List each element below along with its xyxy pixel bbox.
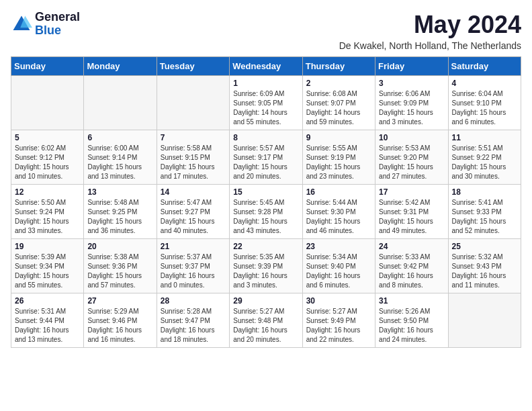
calendar-cell: 16Sunrise: 5:44 AMSunset: 9:30 PMDayligh… xyxy=(302,185,375,239)
header-saturday: Saturday xyxy=(448,57,521,76)
day-number: 29 xyxy=(233,296,298,306)
day-info: Sunrise: 5:53 AMSunset: 9:20 PMDaylight:… xyxy=(379,144,444,181)
day-number: 2 xyxy=(306,79,371,88)
day-number: 16 xyxy=(306,187,371,197)
calendar-cell: 18Sunrise: 5:41 AMSunset: 9:33 PMDayligh… xyxy=(448,185,521,239)
day-number: 9 xyxy=(306,133,371,142)
calendar-cell: 7Sunrise: 5:58 AMSunset: 9:15 PMDaylight… xyxy=(157,130,229,185)
day-number: 12 xyxy=(15,187,80,197)
week-row-4: 19Sunrise: 5:39 AMSunset: 9:34 PMDayligh… xyxy=(11,239,521,293)
week-row-5: 26Sunrise: 5:31 AMSunset: 9:44 PMDayligh… xyxy=(11,293,521,348)
day-info: Sunrise: 5:44 AMSunset: 9:30 PMDaylight:… xyxy=(306,198,371,236)
day-info: Sunrise: 5:34 AMSunset: 9:40 PMDaylight:… xyxy=(306,253,371,290)
calendar-cell: 21Sunrise: 5:37 AMSunset: 9:37 PMDayligh… xyxy=(157,239,229,293)
calendar-body: 1Sunrise: 6:09 AMSunset: 9:05 PMDaylight… xyxy=(11,76,521,348)
day-number: 24 xyxy=(379,242,444,251)
day-info: Sunrise: 6:04 AMSunset: 9:10 PMDaylight:… xyxy=(452,89,517,127)
day-number: 21 xyxy=(161,242,226,251)
day-number: 22 xyxy=(233,242,298,251)
day-number: 8 xyxy=(233,133,298,142)
calendar-cell: 2Sunrise: 6:08 AMSunset: 9:07 PMDaylight… xyxy=(302,76,375,130)
calendar-cell: 24Sunrise: 5:33 AMSunset: 9:42 PMDayligh… xyxy=(375,239,448,293)
calendar-cell: 31Sunrise: 5:26 AMSunset: 9:50 PMDayligh… xyxy=(375,293,448,348)
header-thursday: Thursday xyxy=(302,57,375,76)
week-row-2: 5Sunrise: 6:02 AMSunset: 9:12 PMDaylight… xyxy=(11,130,521,185)
day-info: Sunrise: 5:31 AMSunset: 9:44 PMDaylight:… xyxy=(15,307,80,345)
calendar-cell xyxy=(157,76,229,130)
day-info: Sunrise: 5:51 AMSunset: 9:22 PMDaylight:… xyxy=(452,144,517,181)
day-info: Sunrise: 5:41 AMSunset: 9:33 PMDaylight:… xyxy=(452,198,517,236)
day-number: 14 xyxy=(161,187,226,197)
day-number: 6 xyxy=(87,133,152,142)
calendar-cell: 30Sunrise: 5:27 AMSunset: 9:49 PMDayligh… xyxy=(302,293,375,348)
day-info: Sunrise: 5:35 AMSunset: 9:39 PMDaylight:… xyxy=(233,253,298,290)
page-header: General Blue May 2024 De Kwakel, North H… xyxy=(11,11,521,51)
calendar-cell xyxy=(11,76,84,130)
calendar-cell: 9Sunrise: 5:55 AMSunset: 9:19 PMDaylight… xyxy=(302,130,375,185)
day-info: Sunrise: 5:47 AMSunset: 9:27 PMDaylight:… xyxy=(161,198,226,236)
day-number: 1 xyxy=(233,79,298,88)
header-wednesday: Wednesday xyxy=(230,57,302,76)
calendar-cell: 13Sunrise: 5:48 AMSunset: 9:25 PMDayligh… xyxy=(84,185,157,239)
header-sunday: Sunday xyxy=(11,57,84,76)
day-number: 3 xyxy=(379,79,444,88)
day-number: 11 xyxy=(452,133,517,142)
day-info: Sunrise: 5:58 AMSunset: 9:15 PMDaylight:… xyxy=(161,144,226,181)
day-number: 4 xyxy=(452,79,517,88)
calendar-cell: 20Sunrise: 5:38 AMSunset: 9:36 PMDayligh… xyxy=(84,239,157,293)
day-info: Sunrise: 6:09 AMSunset: 9:05 PMDaylight:… xyxy=(233,89,298,127)
calendar-header: SundayMondayTuesdayWednesdayThursdayFrid… xyxy=(11,57,521,76)
calendar-cell: 19Sunrise: 5:39 AMSunset: 9:34 PMDayligh… xyxy=(11,239,84,293)
calendar-cell: 14Sunrise: 5:47 AMSunset: 9:27 PMDayligh… xyxy=(157,185,229,239)
calendar-cell: 3Sunrise: 6:06 AMSunset: 9:09 PMDaylight… xyxy=(375,76,448,130)
day-info: Sunrise: 6:00 AMSunset: 9:14 PMDaylight:… xyxy=(87,144,152,181)
day-number: 26 xyxy=(15,296,80,306)
day-number: 23 xyxy=(306,242,371,251)
day-number: 17 xyxy=(379,187,444,197)
calendar-cell: 4Sunrise: 6:04 AMSunset: 9:10 PMDaylight… xyxy=(448,76,521,130)
logo-icon xyxy=(11,13,32,35)
day-number: 18 xyxy=(452,187,517,197)
calendar-cell: 28Sunrise: 5:28 AMSunset: 9:47 PMDayligh… xyxy=(157,293,229,348)
calendar-cell: 22Sunrise: 5:35 AMSunset: 9:39 PMDayligh… xyxy=(230,239,302,293)
calendar-cell: 8Sunrise: 5:57 AMSunset: 9:17 PMDaylight… xyxy=(230,130,302,185)
day-info: Sunrise: 6:08 AMSunset: 9:07 PMDaylight:… xyxy=(306,89,371,127)
day-info: Sunrise: 5:26 AMSunset: 9:50 PMDaylight:… xyxy=(379,307,444,345)
month-title: May 2024 xyxy=(339,11,521,39)
header-row: SundayMondayTuesdayWednesdayThursdayFrid… xyxy=(11,57,521,76)
day-info: Sunrise: 5:48 AMSunset: 9:25 PMDaylight:… xyxy=(87,198,152,236)
calendar-cell xyxy=(84,76,157,130)
day-info: Sunrise: 5:29 AMSunset: 9:46 PMDaylight:… xyxy=(87,307,152,345)
calendar-cell: 27Sunrise: 5:29 AMSunset: 9:46 PMDayligh… xyxy=(84,293,157,348)
header-monday: Monday xyxy=(84,57,157,76)
day-info: Sunrise: 5:55 AMSunset: 9:19 PMDaylight:… xyxy=(306,144,371,181)
calendar-cell: 11Sunrise: 5:51 AMSunset: 9:22 PMDayligh… xyxy=(448,130,521,185)
day-info: Sunrise: 5:45 AMSunset: 9:28 PMDaylight:… xyxy=(233,198,298,236)
day-info: Sunrise: 5:28 AMSunset: 9:47 PMDaylight:… xyxy=(161,307,226,345)
day-number: 27 xyxy=(87,296,152,306)
day-number: 30 xyxy=(306,296,371,306)
calendar-cell: 12Sunrise: 5:50 AMSunset: 9:24 PMDayligh… xyxy=(11,185,84,239)
calendar-cell: 10Sunrise: 5:53 AMSunset: 9:20 PMDayligh… xyxy=(375,130,448,185)
day-info: Sunrise: 5:38 AMSunset: 9:36 PMDaylight:… xyxy=(87,253,152,290)
calendar-cell: 25Sunrise: 5:32 AMSunset: 9:43 PMDayligh… xyxy=(448,239,521,293)
day-number: 10 xyxy=(379,133,444,142)
logo-blue: Blue xyxy=(35,24,80,38)
calendar-cell: 26Sunrise: 5:31 AMSunset: 9:44 PMDayligh… xyxy=(11,293,84,348)
day-number: 5 xyxy=(15,133,80,142)
day-info: Sunrise: 5:37 AMSunset: 9:37 PMDaylight:… xyxy=(161,253,226,290)
day-number: 28 xyxy=(161,296,226,306)
day-info: Sunrise: 5:27 AMSunset: 9:48 PMDaylight:… xyxy=(233,307,298,345)
header-tuesday: Tuesday xyxy=(157,57,229,76)
location: De Kwakel, North Holland, The Netherland… xyxy=(339,40,521,51)
logo-text: General Blue xyxy=(35,11,80,38)
day-number: 7 xyxy=(161,133,226,142)
day-info: Sunrise: 5:39 AMSunset: 9:34 PMDaylight:… xyxy=(15,253,80,290)
calendar-cell: 15Sunrise: 5:45 AMSunset: 9:28 PMDayligh… xyxy=(230,185,302,239)
day-number: 15 xyxy=(233,187,298,197)
day-info: Sunrise: 6:02 AMSunset: 9:12 PMDaylight:… xyxy=(15,144,80,181)
day-number: 25 xyxy=(452,242,517,251)
logo: General Blue xyxy=(11,11,80,38)
calendar-table: SundayMondayTuesdayWednesdayThursdayFrid… xyxy=(11,56,521,348)
calendar-cell: 17Sunrise: 5:42 AMSunset: 9:31 PMDayligh… xyxy=(375,185,448,239)
